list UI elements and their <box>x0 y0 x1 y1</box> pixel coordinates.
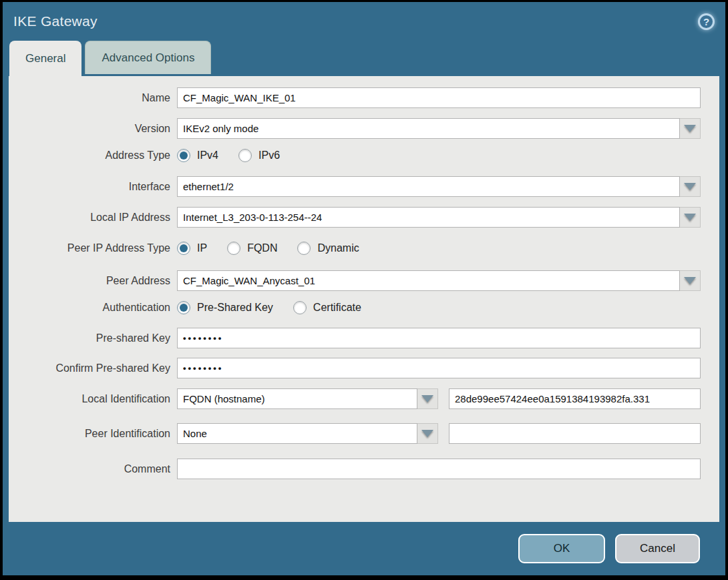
tab-general[interactable]: General <box>9 41 81 76</box>
interface-input[interactable] <box>177 176 680 197</box>
radio-fqdn-icon[interactable] <box>227 242 240 255</box>
radio-ip-icon[interactable] <box>177 242 190 255</box>
radio-ip-label: IP <box>197 242 207 254</box>
interface-row: Interface <box>9 176 701 197</box>
peer-address-row: Peer Address <box>9 270 701 291</box>
radio-ipv6-icon[interactable] <box>238 149 252 162</box>
general-tab-panel: Name Version Address Type <box>9 76 719 522</box>
radio-option-fqdn[interactable]: FQDN <box>227 242 277 255</box>
chevron-down-icon <box>684 183 696 190</box>
radio-fqdn-label: FQDN <box>247 242 277 254</box>
interface-dropdown-button[interactable] <box>680 176 701 197</box>
pre-shared-key-label: Pre-shared Key <box>9 332 177 344</box>
peer-identification-type-dropdown <box>177 423 438 444</box>
local-ip-address-label: Local IP Address <box>9 212 177 224</box>
address-type-label: Address Type <box>9 150 177 162</box>
version-label: Version <box>9 123 177 135</box>
pre-shared-key-input[interactable] <box>177 328 701 348</box>
tab-advanced-options[interactable]: Advanced Options <box>85 41 211 74</box>
peer-identification-value-input[interactable] <box>449 423 701 444</box>
local-identification-row: Local Identification <box>9 388 701 409</box>
radio-pre-shared-key-icon[interactable] <box>177 301 190 314</box>
local-identification-dropdown-button[interactable] <box>417 388 438 409</box>
version-dropdown <box>177 118 701 139</box>
radio-ipv4-label: IPv4 <box>197 150 218 162</box>
radio-option-ip[interactable]: IP <box>177 242 207 255</box>
peer-identification-dropdown-button[interactable] <box>417 423 438 444</box>
local-identification-value-input[interactable] <box>449 388 701 409</box>
local-identification-type-input[interactable] <box>177 388 417 409</box>
name-row: Name <box>9 87 701 108</box>
authentication-label: Authentication <box>9 302 177 314</box>
cancel-button[interactable]: Cancel <box>615 534 700 563</box>
name-label: Name <box>9 92 177 104</box>
radio-certificate-icon[interactable] <box>293 301 307 314</box>
radio-certificate-label: Certificate <box>313 302 361 314</box>
radio-option-pre-shared-key[interactable]: Pre-Shared Key <box>177 301 273 314</box>
radio-option-ipv4[interactable]: IPv4 <box>177 149 218 162</box>
ok-button[interactable]: OK <box>518 534 605 563</box>
radio-dynamic-label: Dynamic <box>317 242 359 254</box>
comment-row: Comment <box>9 459 701 479</box>
radio-dynamic-icon[interactable] <box>297 242 311 255</box>
confirm-pre-shared-key-row: Confirm Pre-shared Key <box>9 358 701 378</box>
comment-label: Comment <box>9 463 177 475</box>
chevron-down-icon <box>421 395 433 402</box>
pre-shared-key-row: Pre-shared Key <box>9 328 701 348</box>
local-ip-address-dropdown <box>177 207 701 228</box>
confirm-pre-shared-key-label: Confirm Pre-shared Key <box>9 362 177 374</box>
peer-identification-label: Peer Identification <box>9 428 177 440</box>
chevron-down-icon <box>684 277 696 284</box>
version-row: Version <box>9 118 701 139</box>
peer-identification-type-input[interactable] <box>177 423 417 444</box>
radio-option-dynamic[interactable]: Dynamic <box>297 242 359 255</box>
radio-ipv4-icon[interactable] <box>177 149 190 162</box>
authentication-row: Authentication Pre-Shared Key Certificat… <box>9 301 701 314</box>
peer-address-dropdown <box>177 270 701 291</box>
peer-address-dropdown-button[interactable] <box>680 270 701 291</box>
comment-input[interactable] <box>177 459 701 479</box>
address-type-row: Address Type IPv4 IPv6 <box>9 149 701 162</box>
chevron-down-icon <box>421 430 433 437</box>
chevron-down-icon <box>684 214 696 221</box>
peer-address-input[interactable] <box>177 270 680 291</box>
confirm-pre-shared-key-input[interactable] <box>177 358 701 378</box>
peer-identification-row: Peer Identification <box>9 423 701 444</box>
local-ip-address-input[interactable] <box>177 207 680 228</box>
local-identification-label: Local Identification <box>9 393 177 405</box>
local-identification-type-dropdown <box>177 388 438 409</box>
dialog-footer: OK Cancel <box>3 522 725 575</box>
local-ip-address-row: Local IP Address <box>9 207 701 228</box>
local-ip-address-dropdown-button[interactable] <box>680 207 701 228</box>
radio-pre-shared-key-label: Pre-Shared Key <box>197 302 273 314</box>
radio-ipv6-label: IPv6 <box>258 150 280 162</box>
interface-dropdown <box>177 176 701 197</box>
dialog-title: IKE Gateway <box>13 13 98 29</box>
peer-ip-address-type-row: Peer IP Address Type IP FQDN Dynamic <box>9 242 701 255</box>
peer-address-label: Peer Address <box>9 275 177 287</box>
chevron-down-icon <box>684 125 696 132</box>
interface-label: Interface <box>9 181 177 193</box>
version-input[interactable] <box>177 118 680 139</box>
ike-gateway-dialog: IKE Gateway ? General Advanced Options N… <box>3 2 725 575</box>
tab-bar: General Advanced Options <box>3 41 725 76</box>
version-dropdown-button[interactable] <box>680 118 701 139</box>
name-input[interactable] <box>177 87 701 108</box>
dialog-titlebar: IKE Gateway ? <box>3 2 725 41</box>
help-icon[interactable]: ? <box>698 13 715 30</box>
radio-option-certificate[interactable]: Certificate <box>293 301 361 314</box>
peer-ip-address-type-label: Peer IP Address Type <box>9 242 177 254</box>
radio-option-ipv6[interactable]: IPv6 <box>238 149 280 162</box>
